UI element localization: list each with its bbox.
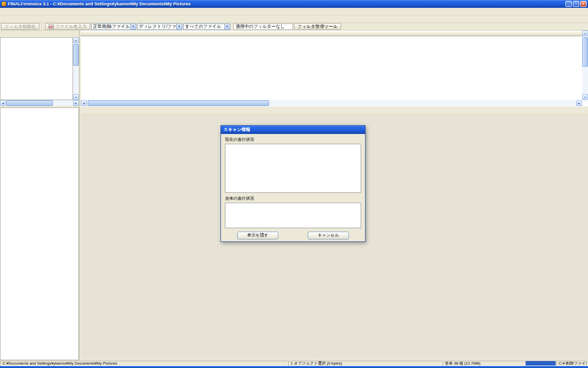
scroll-right-icon[interactable]: ▶	[576, 100, 582, 106]
hide-button[interactable]: 表示を隠す	[237, 232, 278, 239]
filename-ab-icon: ab	[49, 25, 54, 29]
window-title: FINALForensics 3.1 - C:¥Documents and Se…	[8, 1, 564, 6]
scroll-left-icon[interactable]: ◀	[0, 100, 6, 106]
scan-info-dialog: スキャン情報 現在の進行状況 全体の進行状況 表示を隠す キャンセル	[220, 125, 366, 242]
current-progress-table	[225, 144, 361, 193]
toolbar-separator	[42, 24, 43, 29]
scroll-down-icon[interactable]: ▼	[73, 94, 79, 100]
menu-bar	[0, 8, 588, 15]
maximize-button[interactable]: □	[573, 1, 579, 7]
active-filter-field: 適用中のフィルターなし	[233, 24, 293, 30]
dialog-title: スキャン情報	[223, 127, 250, 133]
folder-tree	[0, 37, 73, 100]
scroll-thumb[interactable]	[6, 100, 53, 106]
status-filter-combo[interactable]: 正常/削除ファイル ▼	[91, 24, 136, 30]
folder-tree-vscrollbar[interactable]: ▲ ▼	[73, 37, 79, 100]
minimize-button[interactable]: _	[565, 1, 572, 7]
status-scan-label: C:¥ 削除ファイルスキャン...	[556, 361, 588, 366]
window-bottom-border	[0, 366, 588, 368]
dialog-title-bar[interactable]: スキャン情報	[221, 126, 365, 134]
close-button[interactable]: ✕	[580, 1, 587, 7]
filename-input-label: ファイル名入力	[55, 24, 87, 30]
dirfile-filter-value: ディレクトリ/ファイル	[138, 24, 176, 30]
filename-input-button[interactable]: ab ファイル名入力	[45, 23, 90, 30]
current-progress-label: 現在の進行状況	[225, 137, 361, 143]
scroll-thumb[interactable]	[582, 37, 588, 67]
filter-manager-button[interactable]: フィルタ管理ツール	[294, 23, 341, 30]
category-tree	[0, 107, 79, 360]
scroll-up-icon[interactable]: ▲	[73, 37, 79, 43]
status-bar: C:¥Documents and Settings¥ykanno¥My Docu…	[0, 360, 588, 366]
status-selection: 1 オブジェクト選択 (0 bytes)	[288, 361, 442, 366]
scroll-thumb[interactable]	[88, 100, 269, 106]
scroll-up-icon[interactable]: ▲	[582, 30, 588, 36]
filter-reset-button[interactable]: フィルタ初期化	[1, 23, 39, 30]
scroll-right-icon[interactable]: ▶	[73, 100, 79, 106]
file-table	[81, 36, 582, 100]
preview-tab-strip	[81, 106, 588, 115]
scroll-left-icon[interactable]: ◀	[81, 100, 87, 106]
file-table-vscrollbar[interactable]: ▲ ▼	[582, 30, 588, 100]
filetype-filter-combo[interactable]: すべてのファイル ▼	[183, 24, 230, 30]
chevron-down-icon: ▼	[176, 24, 182, 29]
cancel-button[interactable]: キャンセル	[308, 232, 349, 239]
status-path: C:¥Documents and Settings¥ykanno¥My Docu…	[0, 361, 288, 366]
status-scan-progress	[525, 361, 556, 366]
dirfile-filter-combo[interactable]: ディレクトリ/ファイル ▼	[137, 24, 182, 30]
app-icon	[1, 1, 6, 6]
status-total: 全体 38 個 (12.7MB)	[442, 361, 525, 366]
folder-tree-hscrollbar[interactable]: ◀ ▶	[0, 100, 79, 106]
scroll-thumb[interactable]	[73, 44, 79, 66]
chevron-down-icon: ▼	[224, 24, 230, 29]
chevron-down-icon: ▼	[130, 24, 136, 29]
status-filter-value: 正常/削除ファイル	[92, 24, 130, 30]
file-table-hscrollbar[interactable]: ◀ ▶	[81, 100, 582, 106]
overall-progress-label: 全体の進行状況	[225, 196, 361, 202]
filetype-filter-value: すべてのファイル	[184, 24, 224, 30]
main-toolbar	[0, 15, 588, 23]
overall-progress-table	[225, 203, 361, 228]
title-bar: FINALForensics 3.1 - C:¥Documents and Se…	[0, 0, 588, 8]
left-tab-strip	[0, 30, 79, 37]
file-table-header	[81, 30, 582, 36]
left-panel: ▲ ▼ ◀ ▶	[0, 30, 80, 360]
filter-toolbar: フィルタ初期化 ab ファイル名入力 正常/削除ファイル ▼ ディレクトリ/ファ…	[0, 23, 588, 30]
scroll-down-icon[interactable]: ▼	[582, 94, 588, 100]
